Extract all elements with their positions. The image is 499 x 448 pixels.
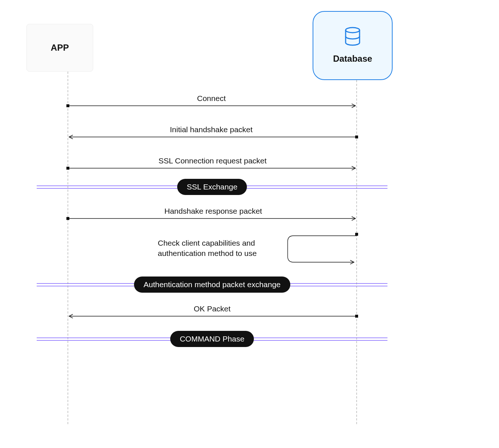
phase-command: COMMAND Phase bbox=[170, 331, 254, 347]
msg-connect bbox=[66, 104, 355, 107]
msg-ssl-request bbox=[66, 167, 355, 170]
label-handshake-response: Handshake response packet bbox=[164, 207, 262, 216]
actor-db-label: Database bbox=[333, 54, 372, 64]
actor-database: Database bbox=[313, 11, 393, 80]
phase-auth-exchange: Authentication method packet exchange bbox=[134, 277, 290, 293]
svg-point-0 bbox=[346, 28, 360, 33]
database-icon bbox=[344, 27, 361, 48]
label-ssl-request: SSL Connection request packet bbox=[159, 156, 267, 165]
msg-check-capabilities bbox=[288, 233, 358, 262]
msg-initial-handshake bbox=[69, 136, 358, 138]
msg-ok-packet bbox=[69, 315, 358, 318]
actor-app-label: APP bbox=[51, 43, 69, 53]
actor-app: APP bbox=[26, 24, 93, 72]
label-initial-handshake: Initial handshake packet bbox=[170, 125, 252, 134]
lifeline-app bbox=[68, 72, 68, 424]
phase-ssl-exchange: SSL Exchange bbox=[177, 179, 247, 195]
sequence-diagram: APP Database bbox=[0, 0, 499, 448]
label-check-capabilities: Check client capabilities and authentica… bbox=[158, 238, 279, 259]
lifeline-db bbox=[356, 80, 357, 424]
msg-handshake-response bbox=[66, 217, 355, 220]
label-ok-packet: OK Packet bbox=[194, 304, 230, 313]
label-connect: Connect bbox=[197, 94, 226, 103]
